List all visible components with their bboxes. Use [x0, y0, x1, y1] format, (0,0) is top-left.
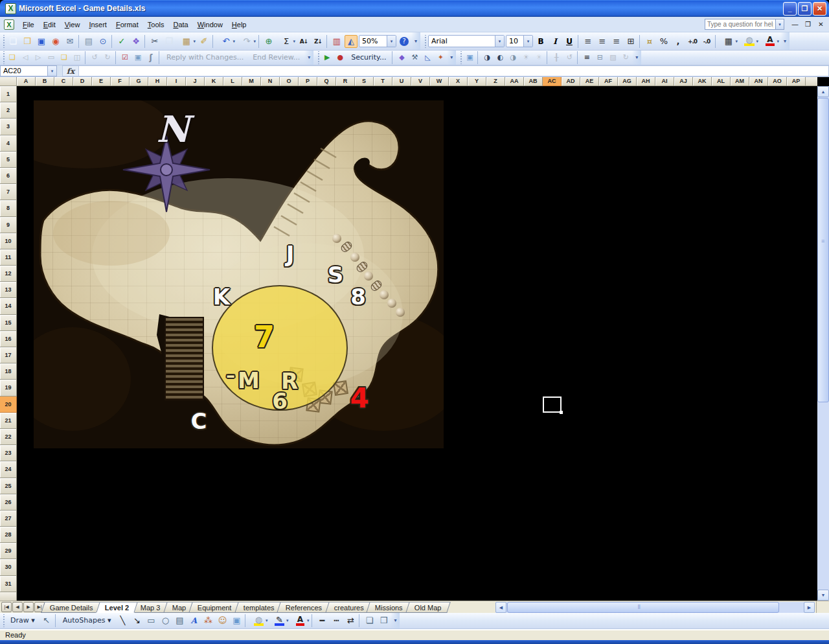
show-all-comments-icon[interactable]: ❏: [58, 52, 70, 63]
toolbar-options-chevron[interactable]: ▾: [304, 51, 313, 65]
center-icon[interactable]: ≡: [596, 35, 609, 48]
oval-icon[interactable]: ○: [159, 614, 172, 627]
sheet-tab[interactable]: templates: [234, 602, 283, 613]
column-header[interactable]: AA: [505, 77, 524, 86]
column-header[interactable]: F: [111, 77, 130, 86]
column-header[interactable]: E: [92, 77, 111, 86]
record-macro-icon[interactable]: ●: [334, 52, 346, 63]
row-header[interactable]: 3: [0, 119, 17, 135]
undo-icon[interactable]: ↶: [216, 35, 236, 48]
sheet-tab[interactable]: Level 2: [96, 602, 138, 613]
row-header[interactable]: 4: [0, 135, 17, 152]
row-header[interactable]: 25: [0, 478, 17, 494]
comma-icon[interactable]: ,: [672, 35, 685, 48]
column-header[interactable]: T: [374, 77, 392, 86]
question-input[interactable]: [705, 19, 776, 30]
next-sheet-button[interactable]: ▶: [23, 602, 34, 612]
formatting-toolbar-grip[interactable]: [424, 35, 427, 48]
row-header[interactable]: 29: [0, 543, 17, 559]
copy-icon[interactable]: ❐: [163, 35, 176, 48]
less-contrast-icon[interactable]: ◑: [507, 52, 519, 63]
vertical-scrollbar[interactable]: ▲ ▼: [817, 86, 829, 601]
column-header[interactable]: C: [54, 77, 73, 86]
save-icon[interactable]: ▣: [35, 35, 48, 48]
row-header[interactable]: 5: [0, 152, 17, 168]
column-header[interactable]: S: [355, 77, 374, 86]
column-header[interactable]: AN: [749, 77, 768, 86]
column-header[interactable]: AD: [562, 77, 580, 86]
insert-picture-icon[interactable]: ▣: [230, 614, 243, 627]
column-header[interactable]: Z: [486, 77, 505, 86]
line-icon[interactable]: ╲: [116, 614, 129, 627]
draw-menu-button[interactable]: Draw ▾: [6, 614, 39, 627]
row-header[interactable]: 31: [0, 576, 17, 592]
column-header[interactable]: AP: [787, 77, 806, 86]
threed-style-icon[interactable]: ❒: [377, 614, 390, 627]
font-name-combo[interactable]: Arial: [428, 35, 505, 47]
row-header[interactable]: 22: [0, 429, 17, 445]
print-icon[interactable]: ▤: [82, 35, 95, 48]
row-header[interactable]: 14: [0, 298, 17, 314]
autosum-icon[interactable]: Σ: [277, 35, 296, 48]
shadow-style-icon[interactable]: ❏: [363, 614, 376, 627]
column-header[interactable]: D: [73, 77, 92, 86]
column-header[interactable]: G: [130, 77, 148, 86]
picture-toolbar-grip[interactable]: [459, 51, 462, 64]
doc-minimize-button[interactable]: —: [791, 21, 799, 28]
wordart-icon[interactable]: A: [187, 614, 200, 627]
column-header[interactable]: I: [167, 77, 186, 86]
row-header[interactable]: 20: [0, 397, 17, 413]
text-box-icon[interactable]: ▤: [173, 614, 186, 627]
track-changes-icon[interactable]: ☑: [119, 52, 131, 63]
attach-file-icon[interactable]: ʃ: [145, 52, 157, 63]
column-header[interactable]: V: [411, 77, 430, 86]
vertical-scroll-thumb[interactable]: [817, 98, 829, 402]
toolbar-options-chevron[interactable]: ▾: [391, 613, 400, 628]
line-style-icon[interactable]: ≡: [581, 52, 593, 63]
row-header[interactable]: 9: [0, 217, 17, 233]
reviewing-toolbar-grip[interactable]: [2, 51, 5, 64]
toolbar-options-chevron[interactable]: ▾: [411, 32, 420, 50]
increase-decimal-icon[interactable]: +.0: [686, 35, 699, 48]
column-header[interactable]: AH: [637, 77, 655, 86]
column-header[interactable]: AE: [580, 77, 599, 86]
first-sheet-button[interactable]: |◀: [1, 602, 12, 612]
horizontal-scrollbar[interactable]: ◀ ▶: [495, 602, 815, 613]
hyperlink-icon[interactable]: ⊕: [262, 35, 275, 48]
scroll-down-button[interactable]: ▼: [817, 590, 829, 601]
toolbar-options-chevron[interactable]: ▾: [632, 51, 641, 65]
column-header[interactable]: Y: [468, 77, 486, 86]
column-header[interactable]: M: [242, 77, 261, 86]
column-header[interactable]: P: [299, 77, 317, 86]
row-header[interactable]: 17: [0, 347, 17, 363]
percent-icon[interactable]: %: [657, 35, 670, 48]
scroll-left-button[interactable]: ◀: [495, 602, 506, 613]
column-header[interactable]: O: [280, 77, 299, 86]
font-color-icon[interactable]: A: [760, 35, 780, 48]
update-file-icon[interactable]: ▣: [132, 52, 144, 63]
column-header[interactable]: Q: [317, 77, 336, 86]
row-header[interactable]: 30: [0, 559, 17, 575]
menu-item[interactable]: Help: [227, 18, 251, 31]
sheet-tab[interactable]: Missions: [367, 602, 412, 613]
row-header[interactable]: 12: [0, 266, 17, 282]
toolbar-options-chevron[interactable]: ▾: [447, 51, 456, 65]
more-contrast-icon[interactable]: ◐: [494, 52, 506, 63]
row-header[interactable]: 10: [0, 233, 17, 249]
open-folder-icon[interactable]: ❒: [21, 35, 34, 48]
column-header[interactable]: AO: [768, 77, 787, 86]
row-header[interactable]: 26: [0, 494, 17, 511]
menu-item[interactable]: File: [18, 18, 39, 31]
line-color-icon[interactable]: ✎: [269, 614, 289, 627]
column-header[interactable]: A: [17, 77, 36, 86]
scroll-right-button[interactable]: ▶: [804, 602, 815, 613]
email-icon[interactable]: ✉: [63, 35, 76, 48]
insert-picture-icon[interactable]: ▣: [464, 52, 475, 63]
diagram-icon[interactable]: ⁂: [201, 614, 214, 627]
column-header[interactable]: AI: [655, 77, 674, 86]
sheet-tab[interactable]: Game Details: [41, 602, 102, 613]
column-header[interactable]: L: [223, 77, 242, 86]
align-right-icon[interactable]: ≡: [610, 35, 623, 48]
doc-restore-button[interactable]: ❐: [804, 21, 812, 28]
arrow-style-icon[interactable]: ⇄: [344, 614, 357, 627]
